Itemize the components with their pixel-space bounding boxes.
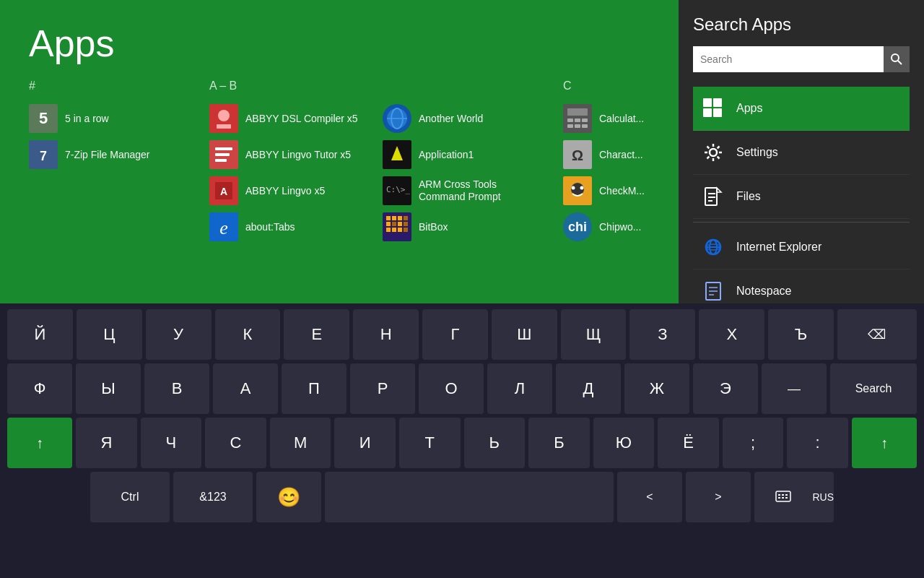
app-item-abbyy-dsl[interactable]: ABBYY DSL Compiler x5	[209, 104, 375, 133]
sidebar-item-ie[interactable]: Internet Explorer	[693, 225, 910, 269]
svg-point-47	[572, 186, 575, 190]
app-item-another-world[interactable]: Another World	[383, 104, 556, 133]
svg-point-48	[580, 186, 584, 190]
key-о[interactable]: О	[419, 363, 484, 414]
app-icon-bitbox	[383, 212, 411, 241]
key-е[interactable]: Е	[284, 309, 349, 360]
app-item-calculator[interactable]: Calculat...	[563, 104, 679, 133]
search-box	[693, 46, 910, 72]
sidebar-item-label-apps: Apps	[736, 102, 762, 115]
key-к[interactable]: К	[215, 309, 281, 360]
key-н[interactable]: Н	[353, 309, 419, 360]
key-г[interactable]: Г	[422, 309, 488, 360]
app-item-abbyy-lingvo-tutor[interactable]: ABBYY Lingvo Tutor x5	[209, 140, 375, 169]
key-arrow-right[interactable]: >	[686, 472, 751, 522]
svg-rect-32	[404, 222, 408, 226]
sidebar-item-files[interactable]: Files	[693, 175, 910, 219]
key-ъ[interactable]: Ъ	[768, 309, 834, 360]
key-и[interactable]: И	[334, 418, 396, 468]
key-я[interactable]: Я	[76, 418, 137, 468]
svg-rect-30	[398, 228, 402, 232]
key-search[interactable]: Search	[830, 363, 917, 414]
key-ы[interactable]: Ы	[76, 363, 141, 414]
key-у[interactable]: У	[146, 309, 212, 360]
apps-columns: # 5 5 in a row 7 7-Zip File Manager A – …	[29, 79, 650, 249]
key-space[interactable]	[325, 472, 614, 522]
svg-rect-80	[778, 494, 780, 496]
app-name-checkm: CheckM...	[599, 185, 645, 197]
search-button[interactable]	[884, 46, 910, 72]
app-icon-abbyy-lingvo-tutor	[209, 140, 238, 169]
key-а[interactable]: А	[213, 363, 278, 414]
app-icon-arm-cross: C:\>_	[383, 176, 411, 205]
svg-text:7: 7	[40, 149, 47, 163]
app-item-charmap[interactable]: Ω Charact...	[563, 140, 679, 169]
key-м[interactable]: М	[270, 418, 331, 468]
key-б[interactable]: Б	[528, 418, 590, 468]
key-ю[interactable]: Ю	[593, 418, 655, 468]
key-ё[interactable]: Ё	[658, 418, 719, 468]
sidebar-item-apps[interactable]: Apps	[693, 87, 910, 131]
key-р[interactable]: Р	[350, 363, 415, 414]
app-item-arm-cross[interactable]: C:\>_ ARM Cross ToolsCommand Prompt	[383, 176, 556, 205]
app-item-bitbox[interactable]: BitBox	[383, 212, 556, 241]
key-ь[interactable]: Ь	[464, 418, 526, 468]
app-item-chipwo[interactable]: chi Chipwo...	[563, 212, 679, 241]
key-dash[interactable]: —	[762, 363, 827, 414]
svg-rect-25	[398, 216, 402, 220]
app-name-5inrow: 5 in a row	[65, 113, 109, 125]
key-colon[interactable]: :	[787, 418, 848, 468]
key-emoji[interactable]: 😊	[256, 472, 321, 522]
svg-point-57	[710, 149, 717, 156]
svg-line-63	[718, 157, 720, 159]
key-з[interactable]: З	[629, 309, 695, 360]
app-item-about-tabs[interactable]: e about:Tabs	[209, 212, 375, 241]
svg-rect-6	[215, 147, 232, 150]
key-semicolon[interactable]: ;	[723, 418, 784, 468]
app-name-about-tabs: about:Tabs	[245, 221, 295, 233]
key-shift-left[interactable]: ↑	[7, 418, 72, 468]
key-language[interactable]: RUS	[754, 472, 834, 522]
sidebar-item-icon-settings	[700, 139, 726, 165]
app-name-7zip: 7-Zip File Manager	[65, 149, 150, 161]
key-ф[interactable]: Ф	[7, 363, 72, 414]
svg-rect-36	[567, 108, 588, 116]
app-icon-abbyy-lingvo: A	[209, 176, 238, 205]
sidebar-item-icon-apps	[700, 95, 726, 121]
search-input[interactable]	[693, 46, 884, 72]
key-backspace[interactable]: ⌫	[837, 309, 917, 360]
svg-rect-26	[386, 222, 391, 226]
key-х[interactable]: Х	[699, 309, 764, 360]
key-ч[interactable]: Ч	[141, 418, 202, 468]
app-item-checkm[interactable]: CheckM...	[563, 176, 679, 205]
key-п[interactable]: П	[282, 363, 346, 414]
key-ш[interactable]: Ш	[492, 309, 557, 360]
app-item-7zip[interactable]: 7 7-Zip File Manager	[29, 140, 202, 169]
app-item-abbyy-lingvo[interactable]: A ABBYY Lingvo x5	[209, 176, 375, 205]
key-д[interactable]: Д	[556, 363, 621, 414]
key-ж[interactable]: Ж	[624, 363, 689, 414]
key-л[interactable]: Л	[487, 363, 552, 414]
key-shift-right[interactable]: ↑	[852, 418, 917, 468]
column-header-hash: #	[29, 79, 202, 95]
sidebar-item-settings[interactable]: Settings	[693, 131, 910, 175]
key-щ[interactable]: Щ	[561, 309, 627, 360]
app-name-application1: Application1	[419, 149, 474, 161]
search-sidebar-title: Search Apps	[693, 14, 910, 35]
key-sym[interactable]: &123	[173, 472, 253, 522]
key-т[interactable]: Т	[399, 418, 461, 468]
key-й[interactable]: Й	[7, 309, 73, 360]
svg-rect-85	[785, 497, 788, 499]
app-item-application1[interactable]: Application1	[383, 140, 556, 169]
sidebar-item-label-ie: Internet Explorer	[736, 241, 821, 254]
key-в[interactable]: В	[144, 363, 209, 414]
key-ц[interactable]: Ц	[77, 309, 142, 360]
key-ctrl[interactable]: Ctrl	[90, 472, 170, 522]
key-э[interactable]: Э	[693, 363, 758, 414]
svg-rect-4	[217, 124, 231, 129]
svg-rect-82	[785, 494, 788, 496]
svg-rect-23	[386, 216, 391, 220]
key-arrow-left[interactable]: <	[617, 472, 682, 522]
app-item-5inrow[interactable]: 5 5 in a row	[29, 104, 202, 133]
key-с[interactable]: С	[205, 418, 266, 468]
